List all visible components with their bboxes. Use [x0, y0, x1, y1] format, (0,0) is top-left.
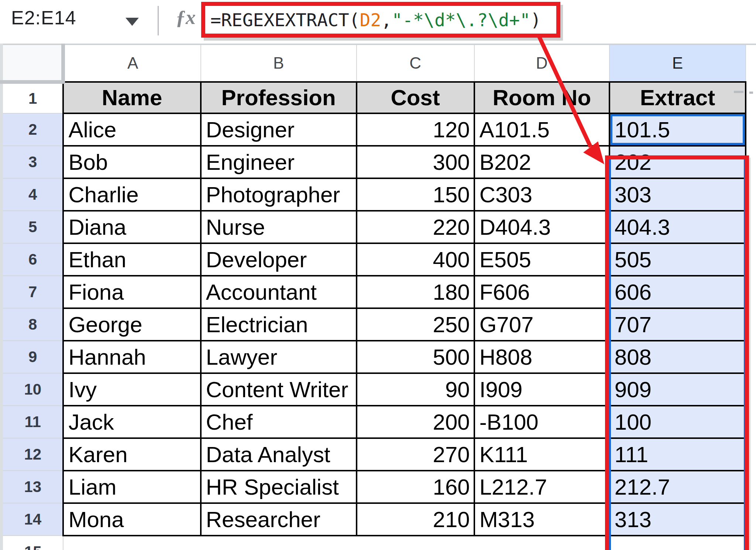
empty-cell[interactable] [63, 536, 200, 550]
cell-name[interactable]: Jack [63, 406, 200, 438]
cell-room[interactable]: -B100 [474, 406, 609, 438]
cell-room[interactable]: G707 [474, 308, 609, 341]
cell-name[interactable]: Ivy [63, 373, 200, 406]
cell-room[interactable]: F606 [474, 276, 609, 308]
cell-extract[interactable]: 404.3 [609, 211, 746, 243]
cell-profession[interactable]: Designer [201, 113, 357, 146]
cell-name[interactable]: Fiona [63, 276, 200, 308]
row-header[interactable]: 7 [1, 276, 63, 308]
column-header-e-selected[interactable]: E [609, 44, 746, 82]
row-header[interactable]: 13 [1, 471, 63, 503]
cell-extract[interactable]: 202 [609, 146, 746, 178]
cell-room[interactable]: A101.5 [474, 113, 609, 146]
cell-cost[interactable]: 250 [357, 308, 474, 341]
cell-extract[interactable]: 808 [609, 341, 746, 373]
cell-room[interactable]: I909 [474, 373, 609, 406]
cell-room[interactable]: K111 [474, 438, 609, 471]
row-header[interactable]: 5 [1, 211, 63, 243]
row-header-1[interactable]: 1 [1, 82, 63, 113]
row-header[interactable]: 3 [1, 146, 63, 178]
cell-extract[interactable]: 313 [609, 503, 746, 536]
row-header[interactable]: 9 [1, 341, 63, 373]
name-box[interactable]: E2:E14 [11, 7, 76, 29]
cell-profession[interactable]: Nurse [201, 211, 357, 243]
cell-extract[interactable]: 212.7 [609, 471, 746, 503]
cell-profession[interactable]: Chef [201, 406, 357, 438]
cell-cost[interactable]: 160 [357, 471, 474, 503]
row-header[interactable]: 2 [1, 113, 63, 146]
column-header-c[interactable]: C [357, 44, 474, 82]
column-header-b[interactable]: B [201, 44, 357, 82]
cell-name[interactable]: Bob [63, 146, 200, 178]
empty-cell[interactable] [609, 536, 746, 550]
cell-name[interactable]: George [63, 308, 200, 341]
row-header-15[interactable]: 15 [1, 536, 63, 550]
cell-profession[interactable]: Accountant [201, 276, 357, 308]
formula-input[interactable]: =REGEXEXTRACT(D2,"-*\d*\.?\d+") [205, 10, 541, 30]
cell-profession[interactable]: Lawyer [201, 341, 357, 373]
row-header[interactable]: 6 [1, 243, 63, 276]
name-box-dropdown-icon[interactable] [126, 18, 139, 26]
header-cell-extract[interactable]: Extract [609, 82, 746, 113]
cell-cost[interactable]: 150 [357, 178, 474, 211]
cell-extract[interactable]: 303 [609, 178, 746, 211]
row-header[interactable]: 12 [1, 438, 63, 471]
empty-cell[interactable] [357, 536, 474, 550]
cell-profession[interactable]: Researcher [201, 503, 357, 536]
cell-cost[interactable]: 200 [357, 406, 474, 438]
cell-name[interactable]: Hannah [63, 341, 200, 373]
cell-extract[interactable]: 111 [609, 438, 746, 471]
cell-extract[interactable]: 505 [609, 243, 746, 276]
row-header[interactable]: 10 [1, 373, 63, 406]
header-cell-name[interactable]: Name [63, 82, 200, 113]
column-header-a[interactable]: A [63, 44, 200, 82]
cell-cost[interactable]: 400 [357, 243, 474, 276]
row-header[interactable]: 4 [1, 178, 63, 211]
cell-room[interactable]: B202 [474, 146, 609, 178]
cell-extract-active[interactable]: 101.5 [609, 113, 746, 146]
cell-room[interactable]: H808 [474, 341, 609, 373]
cell-cost[interactable]: 500 [357, 341, 474, 373]
cell-cost[interactable]: 90 [357, 373, 474, 406]
cell-cost[interactable]: 300 [357, 146, 474, 178]
header-cell-profession[interactable]: Profession [201, 82, 357, 113]
empty-cell[interactable] [201, 536, 357, 550]
row-header[interactable]: 8 [1, 308, 63, 341]
cell-name[interactable]: Charlie [63, 178, 200, 211]
cell-profession[interactable]: Photographer [201, 178, 357, 211]
cell-extract[interactable]: 707 [609, 308, 746, 341]
cell-profession[interactable]: Developer [201, 243, 357, 276]
row-header[interactable]: 11 [1, 406, 63, 438]
cell-profession[interactable]: Data Analyst [201, 438, 357, 471]
cell-name[interactable]: Ethan [63, 243, 200, 276]
cell-profession[interactable]: HR Specialist [201, 471, 357, 503]
column-header-d[interactable]: D [474, 44, 609, 82]
cell-extract[interactable]: 909 [609, 373, 746, 406]
cell-extract[interactable]: 100 [609, 406, 746, 438]
cell-cost[interactable]: 220 [357, 211, 474, 243]
column-resize-dash [749, 92, 753, 94]
cell-name[interactable]: Diana [63, 211, 200, 243]
cell-room[interactable]: C303 [474, 178, 609, 211]
cell-extract[interactable]: 606 [609, 276, 746, 308]
cell-name[interactable]: Alice [63, 113, 200, 146]
cell-room[interactable]: M313 [474, 503, 609, 536]
header-cell-room-no[interactable]: Room No [474, 82, 609, 113]
select-all-corner[interactable] [1, 44, 63, 82]
cell-profession[interactable]: Content Writer [201, 373, 357, 406]
cell-cost[interactable]: 210 [357, 503, 474, 536]
cell-name[interactable]: Karen [63, 438, 200, 471]
cell-name[interactable]: Mona [63, 503, 200, 536]
cell-room[interactable]: E505 [474, 243, 609, 276]
cell-cost[interactable]: 270 [357, 438, 474, 471]
header-cell-cost[interactable]: Cost [357, 82, 474, 113]
cell-profession[interactable]: Electrician [201, 308, 357, 341]
cell-room[interactable]: D404.3 [474, 211, 609, 243]
cell-room[interactable]: L212.7 [474, 471, 609, 503]
cell-cost[interactable]: 180 [357, 276, 474, 308]
cell-profession[interactable]: Engineer [201, 146, 357, 178]
cell-cost[interactable]: 120 [357, 113, 474, 146]
empty-cell[interactable] [474, 536, 609, 550]
row-header[interactable]: 14 [1, 503, 63, 536]
cell-name[interactable]: Liam [63, 471, 200, 503]
